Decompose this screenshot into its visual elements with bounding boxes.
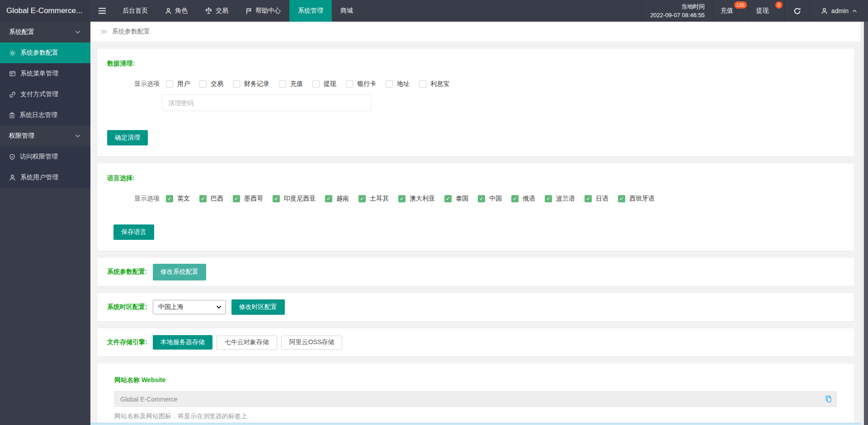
content-area: 数据清理: 显示选项 用户 交易: [90, 42, 861, 425]
timezone-card: 系统时区配置: 中国上海 修改时区配置: [97, 293, 854, 321]
storage-option-button[interactable]: 阿里云OSS存储: [281, 336, 343, 350]
checkbox-label: 提现: [324, 80, 336, 88]
checkbox-checked[interactable]: [511, 195, 519, 202]
sidebar-item[interactable]: 系统菜单管理: [0, 63, 90, 84]
sidebar-item[interactable]: 支付方式管理: [0, 84, 90, 105]
checkbox-unchecked[interactable]: [346, 80, 353, 88]
sidebar-section-header[interactable]: 权限管理: [0, 126, 90, 146]
checkbox-unchecked[interactable]: [279, 80, 286, 88]
checkbox-label: 英文: [177, 195, 190, 203]
checkbox-unchecked[interactable]: [419, 80, 426, 88]
checkbox-label: 越南: [336, 195, 349, 203]
checkbox-label: 泰国: [456, 195, 468, 203]
checkbox-option[interactable]: 中国: [478, 195, 502, 203]
app-logo: Global E-Commerce...: [0, 0, 90, 22]
checkbox-checked[interactable]: [325, 195, 332, 202]
checkbox-unchecked[interactable]: [386, 80, 393, 88]
checkbox-option[interactable]: 俄语: [511, 195, 535, 203]
nav-menu-item[interactable]: 后台首页: [114, 0, 156, 22]
checkbox-option[interactable]: 交易: [199, 80, 223, 88]
sidebar-item[interactable]: 访问权限管理: [0, 146, 90, 167]
top-navbar: Global E-Commerce... 后台首页 角色 交易 帮助中心: [0, 0, 868, 22]
checkbox-option[interactable]: 澳大利亚: [398, 195, 435, 203]
person-icon: [165, 8, 172, 14]
checkbox-label: 交易: [211, 80, 223, 88]
nav-menu-item[interactable]: 商城: [332, 0, 362, 22]
scrollbar-thumb[interactable]: [864, 22, 868, 425]
checkbox-option[interactable]: 充值: [279, 80, 303, 88]
nav-menu-item[interactable]: 系统管理: [289, 0, 332, 22]
storage-option-button[interactable]: 本地服务器存储: [153, 335, 212, 350]
clean-password-input[interactable]: [162, 94, 371, 111]
checkbox-option[interactable]: 利息宝: [419, 80, 449, 88]
checkbox-option[interactable]: 墨西哥: [233, 195, 263, 203]
sidebar-item[interactable]: 系统用户管理: [0, 167, 90, 188]
checkbox-checked[interactable]: [359, 195, 366, 202]
checkbox-option[interactable]: 地址: [386, 80, 410, 88]
checkbox-unchecked[interactable]: [166, 80, 173, 88]
checkbox-unchecked[interactable]: [233, 80, 240, 88]
checkbox-label: 中国: [489, 195, 502, 203]
sidebar-item-label: 支付方式管理: [20, 90, 58, 98]
withdraw-label: 提现: [756, 7, 769, 15]
checkbox-unchecked[interactable]: [199, 80, 207, 88]
storage-option-label: 本地服务器存储: [160, 338, 205, 346]
sidebar-item[interactable]: 系统参数配置: [0, 42, 90, 63]
recharge-label: 充值: [721, 7, 733, 15]
recharge-button[interactable]: 充值 135: [713, 0, 749, 22]
checkbox-option[interactable]: 越南: [325, 195, 349, 203]
website-card: 网站名称 Website 网站名称及网站图标，将显示在浏览器的标签上: [97, 364, 854, 425]
checkbox-checked[interactable]: [444, 195, 452, 202]
nav-menu-item[interactable]: 角色: [156, 0, 196, 22]
checkbox-checked[interactable]: [545, 195, 552, 202]
checkbox-option[interactable]: 提现: [312, 80, 336, 88]
save-language-button[interactable]: 保存语言: [113, 224, 154, 240]
sidebar-toggle-button[interactable]: [90, 0, 114, 22]
nav-menu-item-label: 帮助中心: [255, 7, 281, 15]
checkbox-option[interactable]: 银行卡: [346, 80, 376, 88]
modify-timezone-button[interactable]: 修改时区配置: [231, 299, 285, 315]
checkbox-option[interactable]: 波兰语: [545, 195, 575, 203]
checkbox-option[interactable]: 印度尼西亚: [273, 195, 316, 203]
checkbox-option[interactable]: 日语: [585, 195, 609, 203]
checkbox-label: 土耳其: [370, 195, 389, 203]
sidebar-section-header[interactable]: 系统配置: [0, 22, 90, 42]
website-name-input[interactable]: [114, 391, 837, 407]
checkbox-checked[interactable]: [166, 195, 173, 202]
refresh-button[interactable]: [784, 0, 810, 22]
sidebar-item[interactable]: 系统日志管理: [0, 105, 90, 126]
checkbox-checked[interactable]: [618, 195, 625, 202]
language-card: 语言选择: 显示选项 英文 巴西: [97, 163, 854, 251]
person-icon: [821, 8, 828, 14]
withdraw-button[interactable]: 提现 0: [749, 0, 784, 22]
checkbox-label: 波兰语: [556, 195, 575, 203]
checkbox-unchecked[interactable]: [312, 80, 320, 88]
language-options: 英文 巴西 墨西哥: [166, 195, 664, 203]
checkbox-option[interactable]: 土耳其: [359, 195, 389, 203]
checkbox-option[interactable]: 财务记录: [233, 80, 269, 88]
vertical-scrollbar[interactable]: [861, 22, 868, 425]
checkbox-checked[interactable]: [478, 195, 485, 202]
nav-menu-item-label: 交易: [216, 7, 228, 15]
storage-option-button[interactable]: 七牛云对象存储: [217, 336, 277, 350]
checkbox-option[interactable]: 泰国: [444, 195, 468, 203]
confirm-clean-button[interactable]: 确定清理: [107, 130, 148, 145]
modify-system-config-button[interactable]: 修改系统配置: [153, 264, 206, 280]
nav-menu-item[interactable]: 帮助中心: [237, 0, 289, 22]
checkbox-option[interactable]: 英文: [166, 195, 190, 203]
website-name-field: [114, 391, 837, 407]
checkbox-option[interactable]: 巴西: [199, 195, 223, 203]
copy-icon[interactable]: [825, 395, 832, 403]
nav-menu-item[interactable]: 交易: [196, 0, 237, 22]
local-time-value: 2022-09-07 08:46:55: [650, 11, 705, 19]
checkbox-option[interactable]: 用户: [166, 80, 190, 88]
timezone-select[interactable]: 中国上海: [153, 300, 226, 314]
checkbox-checked[interactable]: [585, 195, 592, 202]
user-menu[interactable]: admin: [810, 0, 868, 22]
checkbox-option[interactable]: 西班牙语: [618, 195, 655, 203]
checkbox-checked[interactable]: [273, 195, 280, 202]
checkbox-checked[interactable]: [398, 195, 406, 202]
checkbox-checked[interactable]: [199, 195, 207, 202]
checkbox-checked[interactable]: [233, 195, 240, 202]
scales-icon: [205, 7, 212, 14]
